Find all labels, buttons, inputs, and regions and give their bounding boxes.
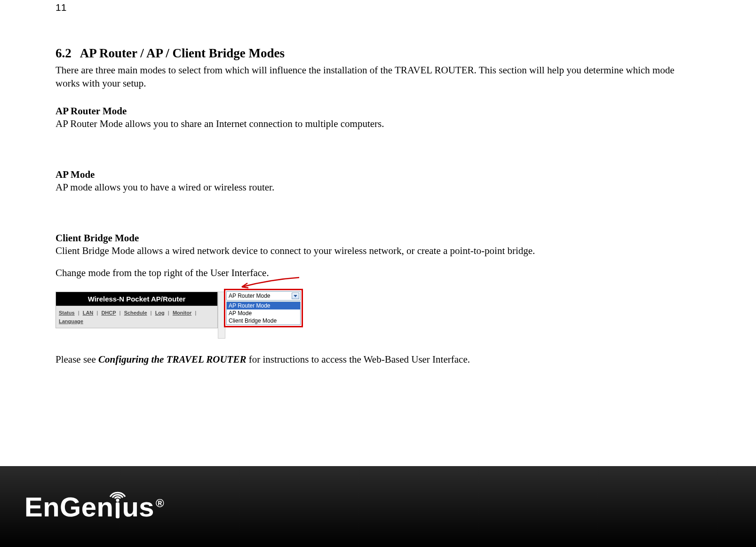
nav-sep: | (78, 310, 80, 316)
mode-option-ap[interactable]: AP Mode (227, 309, 300, 317)
document-page: 11 6.2AP Router / AP / Client Bridge Mod… (0, 0, 756, 547)
mode-dropdown-area: AP Router Mode AP Router Mode AP Mode Cl… (224, 289, 303, 327)
brand-logo: EnGen us ® (24, 491, 164, 523)
client-bridge-mode-body: Client Bridge Mode allows a wired networ… (56, 244, 695, 257)
nav-link-lan[interactable]: LAN (83, 310, 94, 316)
registered-mark: ® (156, 497, 164, 510)
nav-sep: | (195, 310, 196, 316)
mode-select[interactable]: AP Router Mode (226, 291, 301, 301)
page-number: 11 (56, 2, 695, 13)
footnote: Please see Configuring the TRAVEL ROUTER… (56, 354, 695, 365)
mode-option-client-bridge[interactable]: Client Bridge Mode (227, 317, 300, 325)
section-heading: 6.2AP Router / AP / Client Bridge Modes (56, 46, 695, 61)
nav-link-dhcp[interactable]: DHCP (101, 310, 116, 316)
spacer (56, 194, 695, 217)
footnote-pre: Please see (56, 354, 98, 365)
brand-footer: EnGen us ® (0, 466, 756, 547)
brand-name-prefix: EnGen (24, 491, 113, 523)
change-mode-hint: Change mode from the top right of the Us… (56, 266, 695, 279)
heading-title: AP Router / AP / Client Bridge Modes (80, 46, 285, 60)
nav-link-status[interactable]: Status (59, 310, 75, 316)
nav-sep: | (119, 310, 121, 316)
router-ui-panel: Wireless-N Pocket AP/Router Status| LAN|… (56, 292, 218, 328)
mode-select-value: AP Router Mode (229, 293, 271, 299)
content-area: 11 6.2AP Router / AP / Client Bridge Mod… (56, 2, 695, 365)
wifi-icon (113, 500, 122, 518)
ap-mode-heading: AP Mode (56, 169, 695, 181)
nav-link-schedule[interactable]: Schedule (124, 310, 147, 316)
ui-figure: Wireless-N Pocket AP/Router Status| LAN|… (56, 285, 314, 341)
mode-option-ap-router[interactable]: AP Router Mode (227, 302, 300, 309)
router-ui-title: Wireless-N Pocket AP/Router (56, 292, 217, 306)
ap-router-mode-heading: AP Router Mode (56, 105, 695, 117)
footnote-link: Configuring the TRAVEL ROUTER (98, 354, 247, 365)
nav-link-language[interactable]: Language (59, 318, 83, 324)
intro-paragraph: There are three main modes to select fro… (56, 63, 695, 90)
nav-sep: | (96, 310, 98, 316)
nav-link-monitor[interactable]: Monitor (173, 310, 191, 316)
footnote-post: for instructions to access the Web-Based… (246, 354, 470, 365)
ap-router-mode-body: AP Router Mode allows you to share an In… (56, 117, 695, 130)
heading-number: 6.2 (56, 46, 72, 61)
ap-mode-body: AP mode allows you to have a wired or wi… (56, 181, 695, 194)
chevron-down-icon[interactable] (292, 293, 299, 299)
nav-link-log[interactable]: Log (155, 310, 165, 316)
mode-option-list: AP Router Mode AP Mode Client Bridge Mod… (226, 301, 301, 325)
spacer (56, 258, 695, 266)
spacer (56, 130, 695, 154)
router-ui-nav: Status| LAN| DHCP| Schedule| Log| Monito… (56, 306, 217, 328)
nav-sep: | (168, 310, 169, 316)
client-bridge-mode-heading: Client Bridge Mode (56, 232, 695, 244)
nav-sep: | (151, 310, 152, 316)
